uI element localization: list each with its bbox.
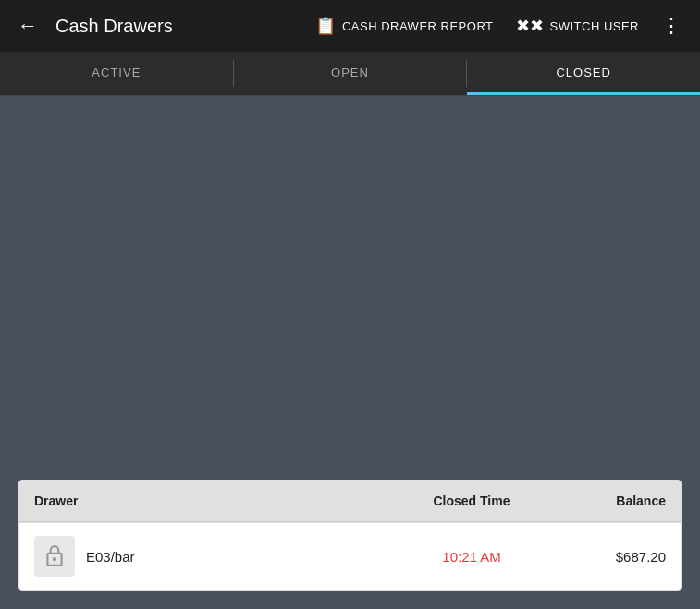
switch-user-label: SWITCH USER	[550, 19, 640, 33]
balance-cell: $687.20	[555, 549, 666, 565]
drawer-icon	[34, 536, 75, 577]
page-title: Cash Drawers	[55, 16, 297, 37]
tab-bar: ACTIVE OPEN CLOSED	[0, 52, 700, 96]
column-header-closed-time: Closed Time	[388, 493, 555, 508]
switch-user-button[interactable]: ✖✖ SWITCH USER	[509, 10, 647, 42]
tab-open[interactable]: OPEN	[234, 52, 467, 95]
report-icon: 📋	[315, 16, 337, 36]
closed-drawers-table: Drawer Closed Time Balance E03/bar 10:21…	[18, 480, 682, 591]
column-header-drawer: Drawer	[34, 493, 388, 508]
switch-user-icon: ✖✖	[516, 16, 545, 36]
closed-time-cell: 10:21 AM	[388, 549, 555, 565]
back-button[interactable]: ←	[11, 9, 44, 43]
drawer-cell: E03/bar	[34, 536, 388, 577]
report-btn-label: CASH DRAWER REPORT	[342, 19, 494, 33]
app-header: ← Cash Drawers 📋 CASH DRAWER REPORT ✖✖ S…	[0, 0, 700, 52]
table-header-row: Drawer Closed Time Balance	[19, 481, 681, 522]
main-content: Drawer Closed Time Balance E03/bar 10:21…	[0, 96, 700, 609]
tab-closed[interactable]: CLOSED	[467, 52, 700, 95]
tab-active[interactable]: ACTIVE	[0, 52, 233, 95]
column-header-balance: Balance	[555, 493, 666, 508]
cash-drawer-report-button[interactable]: 📋 CASH DRAWER REPORT	[308, 10, 500, 42]
table-row[interactable]: E03/bar 10:21 AM $687.20	[19, 522, 681, 590]
header-actions: 📋 CASH DRAWER REPORT ✖✖ SWITCH USER ⋮	[308, 10, 689, 42]
drawer-name: E03/bar	[86, 549, 135, 565]
more-options-button[interactable]: ⋮	[654, 10, 689, 42]
